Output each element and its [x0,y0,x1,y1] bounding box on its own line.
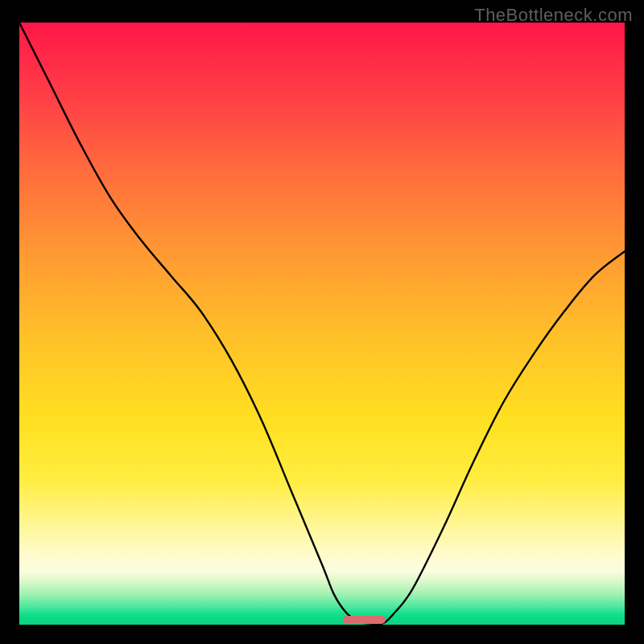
bottleneck-curve [19,23,625,625]
plot-area [19,23,625,625]
chart-container: TheBottleneck.com [0,0,644,644]
curve-path [19,23,625,625]
optimal-marker [343,616,386,624]
watermark-text: TheBottleneck.com [474,5,633,26]
